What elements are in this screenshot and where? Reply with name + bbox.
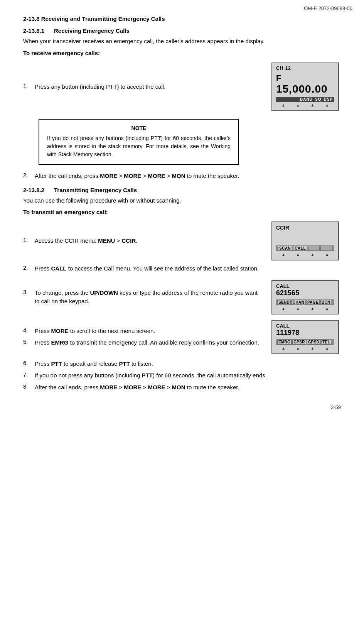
- band-btn: BAND: [300, 97, 313, 101]
- section-2-13-8-2: 2-13.8.2 Transmitting Emergency Calls Yo…: [23, 187, 341, 392]
- ccir-title: CCIR: [276, 225, 334, 231]
- arrow-2: ▲: [296, 103, 300, 107]
- tx-step-8-text: After the call ends, press MORE > MORE >…: [35, 383, 341, 392]
- step-1-container: 1. Press any button (including PTT) to a…: [23, 63, 341, 112]
- call-display-2: CALL 111978 EMRG GPSR GPSD TEL ▲ ▲ ▲ ▲: [271, 320, 341, 354]
- tx-step-4-text: Press MORE to scroll to the next menu sc…: [35, 327, 264, 336]
- tx-step-6-text: Press PTT to speak and release PTT to li…: [35, 360, 341, 368]
- call-title-2: CALL: [276, 323, 334, 329]
- gpsd-btn: GPSD: [307, 340, 321, 345]
- tx-step-8-num: 8.: [23, 383, 35, 390]
- frequency-value: F 15,000.00: [276, 72, 334, 96]
- dsp-btn: DSP: [324, 97, 333, 101]
- step-2-text: After the call ends, press MORE > MORE >…: [35, 172, 341, 181]
- call-number-1: 621565: [276, 289, 334, 297]
- arrow-4: ▲: [325, 103, 329, 107]
- arrow-1: ▲: [281, 252, 285, 257]
- arrow-1: ▲: [281, 103, 285, 107]
- tx-step-5-num: 5.: [23, 338, 35, 345]
- tx-step-3-num: 3.: [23, 289, 35, 295]
- sq-btn: SQ: [315, 97, 321, 101]
- emrg-btn: EMRG: [277, 340, 292, 345]
- freq-prefix: F: [276, 73, 281, 83]
- sub2-instruction: To transmit an emergency call:: [23, 209, 341, 215]
- sub2-intro: You can use the following procedure with…: [23, 196, 341, 205]
- arrow-3: ▲: [310, 103, 314, 107]
- tx-step-1-container: 1. Access the CCIR menu: MENU > CCIR. CC…: [23, 221, 341, 260]
- call-btn: CALL: [293, 246, 307, 251]
- step-2-container: 2. After the call ends, press MORE > MOR…: [23, 172, 341, 181]
- tx-step-7-container: 7. If you do not press any buttons (incl…: [23, 371, 341, 380]
- call-arrows-1: ▲ ▲ ▲ ▲: [276, 306, 334, 311]
- note-text: If you do not press any buttons (includi…: [47, 134, 231, 159]
- tx-step-6-container: 6. Press PTT to speak and release PTT to…: [23, 360, 341, 368]
- call-button-bar-2: EMRG GPSR GPSD TEL: [276, 339, 334, 345]
- sub1-intro: When your transceiver receives an emerge…: [23, 37, 341, 46]
- tx-step-2-num: 2.: [23, 264, 35, 271]
- call-button-bar-1: SEND CHAN PAGE BCN: [276, 299, 334, 305]
- arrow-4: ▲: [325, 252, 329, 257]
- call-arrows-2: ▲ ▲ ▲ ▲: [276, 346, 334, 350]
- arrow-2: ▲: [296, 306, 300, 311]
- sub1-id: 2-13.8.1: [23, 27, 54, 34]
- step-1-num: 1.: [23, 83, 35, 89]
- tx-step-1-text-col: 1. Access the CCIR menu: MENU > CCIR.: [23, 237, 271, 245]
- section-2-13-8-1: 2-13.8.1 Receiving Emergency Calls When …: [23, 27, 341, 181]
- tel-btn: TEL: [321, 340, 331, 345]
- tx-step-3-container: 3. To change, press the UP/DOWN keys or …: [23, 280, 341, 314]
- tx-steps-4-5-container: 4. Press MORE to scroll to the next menu…: [23, 320, 341, 354]
- tx-steps-4-5-text-col: 4. Press MORE to scroll to the next menu…: [23, 327, 271, 347]
- page-btn: PAGE: [306, 300, 320, 305]
- sub2-id: 2-13.8.2: [23, 187, 54, 193]
- doc-number: OM-E 2072-09689-00: [304, 5, 352, 11]
- tx-step-2-container: 2. Press CALL to access the Call menu. Y…: [23, 264, 341, 273]
- tx-step-7-text: If you do not press any buttons (includi…: [35, 371, 341, 380]
- sub1-instruction: To receive emergency calls:: [23, 50, 341, 56]
- note-title: NOTE: [47, 125, 231, 131]
- main-section-title: 2-13.8 Receiving and Transmitting Emerge…: [23, 15, 341, 22]
- arrow-2: ▲: [296, 252, 300, 257]
- ccir-display-box: CCIR SCAN CALL ▲ ▲ ▲ ▲: [271, 221, 339, 260]
- tx-step-2-text: Press CALL to access the Call menu. You …: [35, 264, 341, 273]
- call-display-box-1: CALL 621565 SEND CHAN PAGE BCN ▲ ▲ ▲ ▲: [271, 280, 339, 314]
- arrow-3: ▲: [310, 306, 314, 311]
- arrow-3: ▲: [310, 346, 314, 350]
- tx-step-4-container: 4. Press MORE to scroll to the next menu…: [23, 327, 264, 336]
- call-title-1: CALL: [276, 283, 334, 289]
- freq-arrows: ▲ ▲ ▲ ▲: [276, 103, 334, 107]
- step-1-text: Press any button (including PTT) to acce…: [35, 83, 264, 91]
- frequency-display-box: CH 12 F 15,000.00 BAND SQ DSP ▲ ▲ ▲ ▲: [271, 63, 339, 112]
- note-box: NOTE If you do not press any buttons (in…: [39, 119, 239, 165]
- arrow-2: ▲: [296, 346, 300, 350]
- page: OM-E 2072-09689-00 2-13.8 Receiving and …: [0, 0, 364, 418]
- ccir-arrows: ▲ ▲ ▲ ▲: [276, 252, 334, 257]
- tx-step-8-container: 8. After the call ends, press MORE > MOR…: [23, 383, 341, 392]
- tx-step-4-num: 4.: [23, 327, 35, 333]
- tx-step-5-container: 5. Press EMRG to transmit the emergency …: [23, 338, 264, 347]
- ccir-button-bar: SCAN CALL: [276, 245, 334, 251]
- freq-display: CH 12 F 15,000.00 BAND SQ DSP ▲ ▲ ▲ ▲: [271, 63, 341, 112]
- freq-number: 15,000.00: [276, 83, 328, 95]
- step-2-num: 2.: [23, 172, 35, 178]
- call-display-box-2: CALL 111978 EMRG GPSR GPSD TEL ▲ ▲ ▲ ▲: [271, 320, 339, 354]
- tx-step-6-num: 6.: [23, 360, 35, 366]
- tx-step-1-num: 1.: [23, 237, 35, 243]
- chan-btn: CHAN: [292, 300, 305, 305]
- bcn-btn: BCN: [320, 300, 332, 305]
- step-1-text-col: 1. Press any button (including PTT) to a…: [23, 83, 271, 91]
- tx-step-5-text: Press EMRG to transmit the emergency cal…: [35, 338, 264, 347]
- blank-btn-1: [308, 246, 320, 251]
- tx-step-1-text: Access the CCIR menu: MENU > CCIR.: [35, 237, 264, 245]
- ccir-display: CCIR SCAN CALL ▲ ▲ ▲ ▲: [271, 221, 341, 260]
- scan-btn: SCAN: [278, 246, 292, 251]
- blank-btn-2: [320, 246, 332, 251]
- freq-button-bar: BAND SQ DSP: [276, 97, 334, 102]
- sub2-title: Transmitting Emergency Calls: [54, 187, 137, 193]
- page-footer: 2-59: [331, 404, 341, 410]
- ch-label: CH 12: [276, 66, 334, 71]
- tx-step-3-text-col: 3. To change, press the UP/DOWN keys or …: [23, 289, 271, 306]
- send-btn: SEND: [277, 300, 291, 305]
- arrow-4: ▲: [325, 346, 329, 350]
- tx-step-7-num: 7.: [23, 371, 35, 378]
- arrow-4: ▲: [325, 306, 329, 311]
